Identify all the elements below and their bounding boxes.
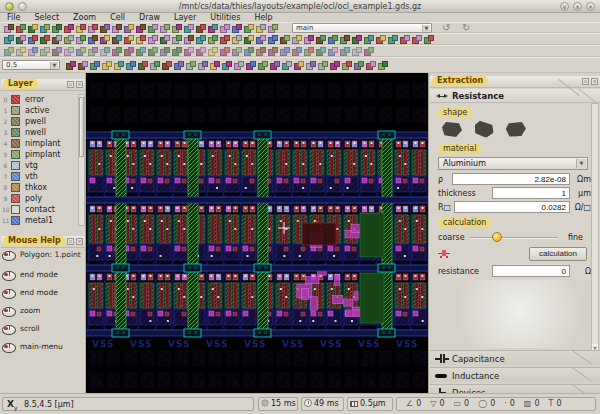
layer-item-nwell[interactable]: 3nwell bbox=[0, 127, 78, 138]
toolbar-icon[interactable] bbox=[136, 35, 146, 45]
close-panel-icon[interactable]: × bbox=[591, 78, 598, 85]
resolution-slider[interactable] bbox=[470, 237, 558, 239]
minimize-button[interactable]: ∨ bbox=[560, 2, 569, 11]
menu-item-zoom[interactable]: Zoom bbox=[66, 13, 103, 22]
grid-combo[interactable]: 0.5 ▼ bbox=[2, 60, 60, 70]
toolbar-icon[interactable] bbox=[196, 47, 206, 57]
toolbar-icon[interactable] bbox=[138, 61, 148, 71]
toolbar-icon[interactable] bbox=[174, 61, 184, 71]
toolbar-icon[interactable] bbox=[364, 35, 374, 45]
layer-swatch-icon[interactable] bbox=[11, 172, 20, 181]
toolbar-icon[interactable] bbox=[124, 35, 134, 45]
toolbar-icon[interactable] bbox=[160, 35, 170, 45]
layer-item-nimplant[interactable]: 4nimplant bbox=[0, 138, 78, 149]
toolbar-icon[interactable] bbox=[28, 35, 38, 45]
toolbar-icon[interactable] bbox=[424, 35, 434, 45]
layer-item-thkox[interactable]: 8thkox bbox=[0, 182, 78, 193]
toolbar-icon[interactable] bbox=[352, 35, 362, 45]
toolbar-icon[interactable] bbox=[232, 35, 242, 45]
toolbar-icon[interactable] bbox=[208, 47, 218, 57]
float-panel-icon[interactable]: ▫ bbox=[582, 78, 589, 85]
cell-select-combo[interactable]: main ▼ bbox=[292, 23, 432, 33]
toolbar-icon[interactable] bbox=[114, 61, 124, 71]
menu-item-utilities[interactable]: Utilities bbox=[203, 13, 247, 22]
capacitance-section[interactable]: Capacitance bbox=[430, 350, 600, 365]
toolbar-icon[interactable] bbox=[40, 35, 50, 45]
undo-icon[interactable]: ↺ bbox=[442, 23, 450, 33]
toolbar-icon[interactable] bbox=[246, 61, 256, 71]
extraction-panel-header[interactable]: Extraction ▫ × bbox=[430, 76, 600, 88]
toolbar-icon[interactable] bbox=[328, 35, 338, 45]
toolbar-icon[interactable] bbox=[210, 61, 220, 71]
toolbar-icon[interactable] bbox=[4, 47, 14, 57]
toolbar-icon[interactable] bbox=[76, 35, 86, 45]
layer-swatch-icon[interactable] bbox=[11, 150, 20, 159]
layer-item-vtg[interactable]: 6vtg bbox=[0, 160, 78, 171]
close-button[interactable]: × bbox=[586, 2, 595, 11]
toolbar-icon[interactable] bbox=[64, 47, 74, 57]
rsquare-field[interactable] bbox=[454, 201, 570, 213]
toolbar-icon[interactable] bbox=[328, 47, 338, 57]
toolbar-icon[interactable] bbox=[40, 47, 50, 57]
toolbar-icon[interactable] bbox=[292, 35, 302, 45]
toolbar-icon[interactable] bbox=[64, 35, 74, 45]
toolbar-icon[interactable] bbox=[222, 61, 232, 71]
layer-swatch-icon[interactable] bbox=[11, 161, 20, 170]
menu-item-draw[interactable]: Draw bbox=[132, 13, 167, 22]
toolbar-icon[interactable] bbox=[150, 61, 160, 71]
toolbar-icon[interactable] bbox=[136, 47, 146, 57]
toolbar-icon[interactable] bbox=[366, 61, 376, 71]
toolbar-icon[interactable] bbox=[112, 47, 122, 57]
toolbar-icon[interactable] bbox=[376, 35, 386, 45]
toolbar-icon[interactable] bbox=[256, 47, 266, 57]
toolbar-icon[interactable] bbox=[352, 47, 362, 57]
material-combo[interactable]: Aluminium ▼ bbox=[438, 157, 588, 170]
layer-swatch-icon[interactable] bbox=[11, 194, 20, 203]
layer-swatch-icon[interactable] bbox=[11, 117, 20, 126]
toolbar-icon[interactable] bbox=[342, 61, 352, 71]
rho-field[interactable] bbox=[452, 173, 570, 185]
layer-item-error[interactable]: 0error bbox=[0, 94, 78, 105]
toolbar-icon[interactable] bbox=[282, 61, 292, 71]
toolbar-icon[interactable] bbox=[268, 35, 278, 45]
toolbar-icon[interactable] bbox=[52, 35, 62, 45]
redo-icon[interactable]: ↻ bbox=[462, 23, 470, 33]
toolbar-icon[interactable] bbox=[184, 35, 194, 45]
menu-item-help[interactable]: Help bbox=[247, 13, 279, 22]
toolbar-icon[interactable] bbox=[88, 47, 98, 57]
layer-item-pwell[interactable]: 2pwell bbox=[0, 116, 78, 127]
toolbar-icon[interactable] bbox=[16, 35, 26, 45]
toolbar-icon[interactable] bbox=[388, 35, 398, 45]
scrollbar-thumb[interactable] bbox=[79, 97, 84, 157]
layer-list-scrollbar[interactable] bbox=[78, 94, 85, 226]
layer-item-active[interactable]: 1active bbox=[0, 105, 78, 116]
toolbar-icon[interactable] bbox=[234, 61, 244, 71]
toolbar-icon[interactable] bbox=[378, 61, 388, 71]
layer-swatch-icon[interactable] bbox=[11, 106, 20, 115]
toolbar-icon[interactable] bbox=[186, 61, 196, 71]
toolbar-icon[interactable] bbox=[198, 61, 208, 71]
mouse-help-header[interactable]: Mouse Help ▫ × bbox=[1, 236, 85, 248]
toolbar-icon[interactable] bbox=[52, 47, 62, 57]
maximize-button[interactable]: ∧ bbox=[573, 2, 582, 11]
layer-swatch-icon[interactable] bbox=[11, 139, 20, 148]
layer-item-metal1[interactable]: 11metal1 bbox=[0, 215, 78, 226]
toolbar-icon[interactable] bbox=[88, 35, 98, 45]
toolbar-icon[interactable] bbox=[316, 47, 326, 57]
menu-item-select[interactable]: Select bbox=[27, 13, 66, 22]
toolbar-icon[interactable] bbox=[4, 35, 14, 45]
toolbar-icon[interactable] bbox=[340, 47, 350, 57]
toolbar-icon[interactable] bbox=[306, 61, 316, 71]
toolbar-icon[interactable] bbox=[220, 47, 230, 57]
toolbar-icon[interactable] bbox=[112, 35, 122, 45]
toolbar-icon[interactable] bbox=[78, 61, 88, 71]
toolbar-icon[interactable] bbox=[258, 61, 268, 71]
menu-item-file[interactable]: File bbox=[0, 13, 27, 22]
float-panel-icon[interactable]: ▫ bbox=[67, 81, 74, 88]
menu-item-cell[interactable]: Cell bbox=[103, 13, 132, 22]
toolbar-icon[interactable] bbox=[294, 61, 304, 71]
toolbar-icon[interactable] bbox=[148, 47, 158, 57]
layer-swatch-icon[interactable] bbox=[11, 216, 20, 225]
toolbar-icon[interactable] bbox=[66, 61, 76, 71]
toolbar-icon[interactable] bbox=[292, 47, 302, 57]
